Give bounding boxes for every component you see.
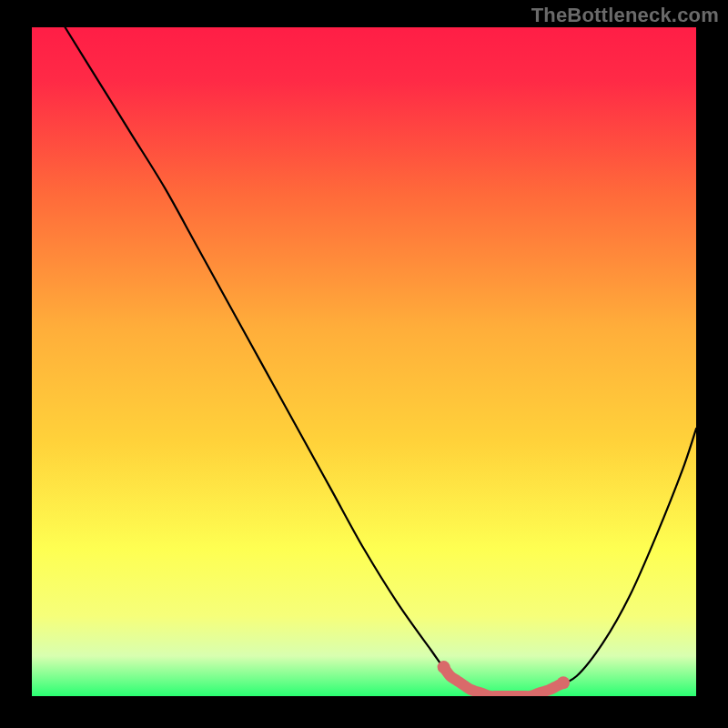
attribution-label: TheBottleneck.com [531, 4, 719, 27]
highlight-start-dot [438, 661, 450, 673]
chart-frame: TheBottleneck.com [0, 0, 728, 728]
plot-area [32, 27, 696, 696]
gradient-background [32, 27, 696, 696]
chart-svg [32, 27, 696, 696]
highlight-end-dot [557, 676, 570, 689]
